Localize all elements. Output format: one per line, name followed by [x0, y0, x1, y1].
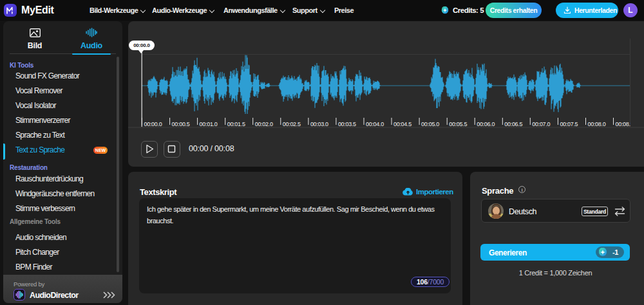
- svg-text:00:00.5: 00:00.5: [172, 121, 190, 127]
- svg-text:00:03.5: 00:03.5: [338, 121, 356, 127]
- svg-text:00:04.5: 00:04.5: [393, 121, 412, 127]
- svg-text:00:02.0: 00:02.0: [255, 121, 273, 127]
- svg-text:00:04.0: 00:04.0: [366, 121, 384, 127]
- svg-text:00:00.0: 00:00.0: [144, 121, 162, 127]
- svg-text:00:07.5: 00:07.5: [560, 121, 578, 127]
- svg-text:00:06.5: 00:06.5: [504, 121, 522, 127]
- svg-text:00:06.0: 00:06.0: [477, 121, 495, 127]
- svg-text:00:08.5: 00:08.5: [616, 121, 634, 127]
- svg-text:00:01.5: 00:01.5: [227, 121, 245, 127]
- svg-text:00:07.0: 00:07.0: [532, 121, 550, 127]
- svg-text:00:08.0: 00:08.0: [588, 121, 606, 127]
- svg-text:00:05.0: 00:05.0: [421, 121, 439, 127]
- svg-text:00:01.0: 00:01.0: [200, 121, 218, 127]
- svg-text:00:03.0: 00:03.0: [310, 121, 328, 127]
- svg-text:00:02.5: 00:02.5: [283, 121, 301, 127]
- svg-text:00:05.5: 00:05.5: [449, 121, 467, 127]
